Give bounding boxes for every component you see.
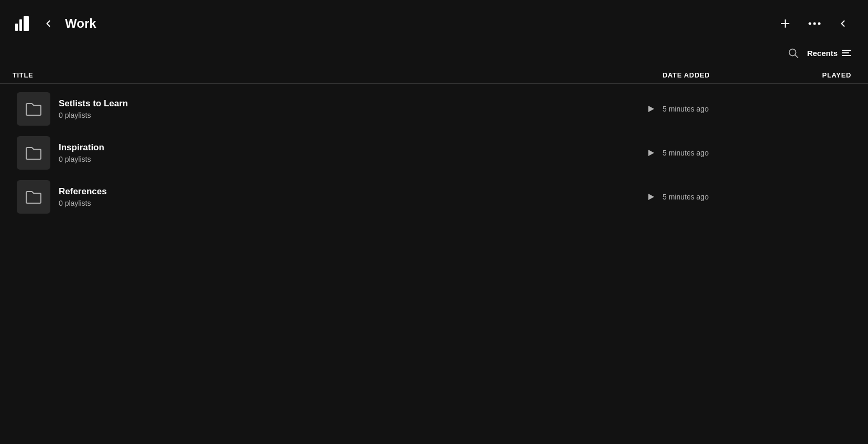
app-container: Work: [0, 0, 868, 444]
svg-point-4: [818, 23, 821, 25]
folder-icon: [25, 146, 42, 160]
item-thumbnail: [17, 180, 50, 214]
item-date-added: 5 minutes ago: [663, 105, 788, 113]
item-date-added: 5 minutes ago: [663, 193, 788, 201]
items-list: Setlists to Learn 0 playlists 5 minutes …: [0, 88, 868, 444]
library-icon-button[interactable]: [13, 14, 31, 33]
item-sub: 0 playlists: [59, 155, 644, 163]
item-name: References: [59, 186, 644, 197]
more-options-button[interactable]: [805, 14, 824, 33]
header: Work: [0, 0, 868, 47]
recents-button[interactable]: Recents: [807, 49, 851, 58]
column-date-added: Date Added: [663, 71, 788, 79]
column-played: Played: [788, 71, 851, 79]
svg-marker-8: [648, 150, 654, 156]
column-headers: Title Date Added Played: [0, 67, 868, 84]
item-name: Setlists to Learn: [59, 98, 644, 109]
item-info: References 0 playlists: [59, 186, 644, 207]
folder-icon: [25, 102, 42, 116]
page-title: Work: [65, 16, 96, 31]
svg-line-6: [795, 56, 798, 58]
library-icon: [15, 16, 29, 31]
svg-marker-7: [648, 106, 654, 112]
svg-point-2: [809, 23, 811, 25]
item-play-button[interactable]: [644, 105, 658, 113]
item-sub: 0 playlists: [59, 199, 644, 207]
back-button[interactable]: [40, 15, 57, 32]
item-info: Inspiration 0 playlists: [59, 142, 644, 163]
list-view-icon: [842, 50, 851, 56]
item-play-button[interactable]: [644, 149, 658, 157]
item-name: Inspiration: [59, 142, 644, 153]
collapse-button[interactable]: [834, 15, 851, 32]
svg-point-3: [813, 23, 816, 25]
item-info: Setlists to Learn 0 playlists: [59, 98, 644, 119]
svg-marker-9: [648, 194, 654, 200]
item-play-button[interactable]: [644, 193, 658, 201]
add-button[interactable]: [776, 14, 795, 33]
list-item[interactable]: Inspiration 0 playlists 5 minutes ago: [13, 132, 855, 174]
toolbar: Recents: [0, 47, 868, 67]
header-left: Work: [13, 14, 96, 33]
list-item[interactable]: Setlists to Learn 0 playlists 5 minutes …: [13, 88, 855, 130]
folder-icon: [25, 190, 42, 204]
item-thumbnail: [17, 136, 50, 170]
list-item[interactable]: References 0 playlists 5 minutes ago: [13, 176, 855, 218]
header-right: [776, 14, 851, 33]
search-button[interactable]: [787, 47, 799, 59]
recents-label: Recents: [807, 49, 838, 58]
item-sub: 0 playlists: [59, 111, 644, 119]
item-thumbnail: [17, 92, 50, 126]
column-title: Title: [13, 71, 663, 79]
item-date-added: 5 minutes ago: [663, 149, 788, 157]
svg-point-5: [789, 49, 796, 56]
